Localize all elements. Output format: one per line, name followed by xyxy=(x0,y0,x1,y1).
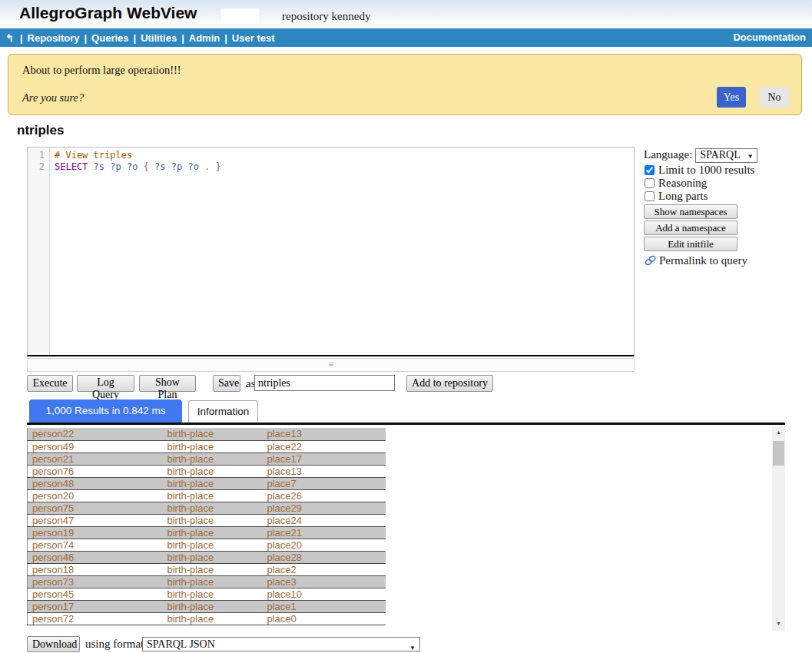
nav-item[interactable]: Repository xyxy=(28,32,80,44)
result-predicate[interactable]: birth-place xyxy=(163,514,263,526)
download-button[interactable]: Download xyxy=(27,636,80,652)
execute-button[interactable]: Execute xyxy=(27,375,73,392)
result-subject[interactable]: person74 xyxy=(28,539,163,551)
main-nav: ↰ | Repository | Queries | Utilities | A… xyxy=(0,28,812,47)
permalink-to-query-link[interactable]: Permalink to query xyxy=(644,254,811,267)
result-object[interactable]: place2 xyxy=(263,563,386,575)
show-plan-button[interactable]: Show Plan xyxy=(139,375,196,392)
line-number: 1 xyxy=(28,150,51,161)
option-checkboxes: Limit to 1000 results Reasoning Long par… xyxy=(644,164,811,203)
result-object[interactable]: place10 xyxy=(263,588,386,600)
result-predicate[interactable]: birth-place xyxy=(163,600,263,612)
side-panel-button[interactable]: Add a namespace xyxy=(644,220,737,235)
result-subject[interactable]: person46 xyxy=(28,551,163,563)
no-button[interactable]: No xyxy=(760,87,789,108)
nav-item[interactable]: Utilities xyxy=(141,32,177,44)
result-object[interactable]: place0 xyxy=(263,612,386,625)
result-predicate[interactable]: birth-place xyxy=(163,575,263,588)
result-subject[interactable]: person76 xyxy=(28,465,163,477)
result-predicate[interactable]: birth-place xyxy=(163,612,263,625)
format-select[interactable]: SPARQL JSON ▼ xyxy=(142,637,420,651)
result-predicate[interactable]: birth-place xyxy=(163,526,263,539)
result-predicate[interactable]: birth-place xyxy=(163,452,263,465)
result-object[interactable]: place7 xyxy=(263,477,386,489)
result-object[interactable]: place26 xyxy=(263,489,386,502)
result-predicate[interactable]: birth-place xyxy=(163,477,263,489)
option-checkbox[interactable] xyxy=(645,178,655,188)
save-name-input[interactable] xyxy=(254,375,395,391)
result-object[interactable]: place17 xyxy=(263,452,386,465)
repository-label: repository kennedy xyxy=(282,10,370,23)
result-predicate[interactable]: birth-place xyxy=(163,465,263,477)
result-subject[interactable]: person22 xyxy=(28,428,163,440)
option-checkbox[interactable] xyxy=(645,165,655,175)
tab-results[interactable]: 1,000 Results in 0.842 ms xyxy=(29,399,182,423)
nav-item[interactable]: Queries xyxy=(91,32,128,44)
result-subject[interactable]: person21 xyxy=(28,452,163,465)
result-subject[interactable]: person19 xyxy=(28,526,163,539)
query-options-panel: Language:SPARQL▼ Limit to 1000 results R… xyxy=(644,148,811,267)
result-object[interactable]: place22 xyxy=(263,440,386,452)
result-row: person48 birth-place place7 xyxy=(28,477,386,489)
result-object[interactable]: place21 xyxy=(263,526,386,539)
result-predicate[interactable]: birth-place xyxy=(163,563,263,575)
side-panel-button[interactable]: Edit initfile xyxy=(644,237,737,251)
nav-separator: | xyxy=(84,32,87,44)
results-table: person22 birth-place place13 person49 bi… xyxy=(27,428,386,625)
result-object[interactable]: place13 xyxy=(263,428,386,440)
result-object[interactable]: place28 xyxy=(263,551,386,563)
result-predicate[interactable]: birth-place xyxy=(163,489,263,502)
language-select[interactable]: SPARQL▼ xyxy=(695,148,757,163)
option-checkbox[interactable] xyxy=(645,191,655,201)
result-subject[interactable]: person47 xyxy=(28,514,163,526)
results-scrollbar[interactable]: ▲ ▼ xyxy=(772,426,785,631)
app-header: AllegroGraph WebView repository kennedy xyxy=(0,0,812,28)
line-code: # View triples xyxy=(51,150,132,161)
result-object[interactable]: place13 xyxy=(263,465,386,477)
chain-link-icon xyxy=(644,254,657,267)
yes-button[interactable]: Yes xyxy=(717,87,746,108)
result-predicate[interactable]: birth-place xyxy=(163,502,263,514)
chevron-down-icon: ▼ xyxy=(409,641,416,653)
line-number: 2 xyxy=(28,161,51,173)
result-subject[interactable]: person48 xyxy=(28,477,163,489)
back-arrow-icon[interactable]: ↰ xyxy=(5,32,14,44)
banner-message: About to perform large operation!!! xyxy=(22,64,181,77)
log-query-button[interactable]: Log Query xyxy=(77,375,134,392)
result-predicate[interactable]: birth-place xyxy=(163,428,263,440)
result-predicate[interactable]: birth-place xyxy=(163,440,263,452)
result-subject[interactable]: person20 xyxy=(28,489,163,502)
side-panel-button[interactable]: Show namespaces xyxy=(644,204,737,219)
result-subject[interactable]: person73 xyxy=(28,575,163,588)
result-predicate[interactable]: birth-place xyxy=(163,588,263,600)
result-object[interactable]: place1 xyxy=(263,600,386,612)
nav-item[interactable]: Admin xyxy=(189,32,220,44)
result-predicate[interactable]: birth-place xyxy=(163,551,263,563)
result-subject[interactable]: person17 xyxy=(28,600,163,612)
nav-documentation-link[interactable]: Documentation xyxy=(733,28,806,47)
query-editor[interactable]: 1 # View triples 2 SELECT ?s ?p ?o { ?s … xyxy=(27,147,635,356)
result-object[interactable]: place20 xyxy=(263,539,386,551)
scrollbar-thumb[interactable] xyxy=(773,441,784,466)
result-row: person46 birth-place place28 xyxy=(28,551,386,563)
result-row: person18 birth-place place2 xyxy=(28,563,386,575)
result-subject[interactable]: person49 xyxy=(28,440,163,452)
results-viewport: person22 birth-place place13 person49 bi… xyxy=(27,425,785,634)
result-object[interactable]: place29 xyxy=(263,502,386,514)
scroll-up-icon[interactable]: ▲ xyxy=(772,426,785,439)
result-subject[interactable]: person18 xyxy=(28,563,163,575)
tab-information[interactable]: Information xyxy=(188,400,258,423)
add-to-repository-button[interactable]: Add to repository xyxy=(406,375,493,392)
result-subject[interactable]: person45 xyxy=(28,588,163,600)
result-object[interactable]: place24 xyxy=(263,514,386,526)
editor-resize-handle[interactable]: ≡ xyxy=(27,358,635,372)
result-subject[interactable]: person72 xyxy=(28,612,163,625)
scroll-down-icon[interactable]: ▼ xyxy=(772,618,785,631)
result-predicate[interactable]: birth-place xyxy=(163,539,263,551)
result-subject[interactable]: person75 xyxy=(28,502,163,514)
confirmation-banner: About to perform large operation!!! Are … xyxy=(8,54,802,115)
result-row: person47 birth-place place24 xyxy=(28,514,386,526)
nav-item[interactable]: User test xyxy=(232,32,275,44)
result-object[interactable]: place3 xyxy=(263,575,386,588)
save-button[interactable]: Save xyxy=(213,375,240,392)
